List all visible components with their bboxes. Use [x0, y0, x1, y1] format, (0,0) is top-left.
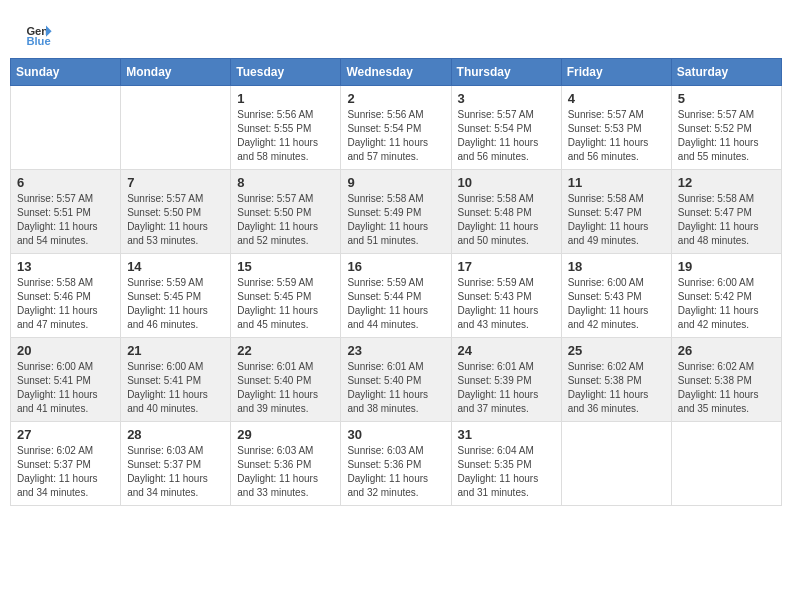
calendar-cell: 16Sunrise: 5:59 AM Sunset: 5:44 PM Dayli… — [341, 254, 451, 338]
day-header-thursday: Thursday — [451, 59, 561, 86]
day-number: 8 — [237, 175, 334, 190]
day-number: 10 — [458, 175, 555, 190]
calendar-cell — [11, 86, 121, 170]
cell-content: Sunrise: 5:59 AM Sunset: 5:43 PM Dayligh… — [458, 276, 555, 332]
calendar-cell: 7Sunrise: 5:57 AM Sunset: 5:50 PM Daylig… — [121, 170, 231, 254]
calendar-cell: 26Sunrise: 6:02 AM Sunset: 5:38 PM Dayli… — [671, 338, 781, 422]
cell-content: Sunrise: 5:59 AM Sunset: 5:44 PM Dayligh… — [347, 276, 444, 332]
calendar-cell: 6Sunrise: 5:57 AM Sunset: 5:51 PM Daylig… — [11, 170, 121, 254]
day-number: 12 — [678, 175, 775, 190]
day-number: 5 — [678, 91, 775, 106]
calendar-cell: 25Sunrise: 6:02 AM Sunset: 5:38 PM Dayli… — [561, 338, 671, 422]
calendar-cell: 31Sunrise: 6:04 AM Sunset: 5:35 PM Dayli… — [451, 422, 561, 506]
cell-content: Sunrise: 5:58 AM Sunset: 5:46 PM Dayligh… — [17, 276, 114, 332]
calendar-cell: 2Sunrise: 5:56 AM Sunset: 5:54 PM Daylig… — [341, 86, 451, 170]
day-number: 21 — [127, 343, 224, 358]
day-number: 2 — [347, 91, 444, 106]
calendar-cell: 10Sunrise: 5:58 AM Sunset: 5:48 PM Dayli… — [451, 170, 561, 254]
calendar-week-row: 27Sunrise: 6:02 AM Sunset: 5:37 PM Dayli… — [11, 422, 782, 506]
calendar-cell: 3Sunrise: 5:57 AM Sunset: 5:54 PM Daylig… — [451, 86, 561, 170]
calendar-cell: 1Sunrise: 5:56 AM Sunset: 5:55 PM Daylig… — [231, 86, 341, 170]
day-number: 30 — [347, 427, 444, 442]
calendar-week-row: 13Sunrise: 5:58 AM Sunset: 5:46 PM Dayli… — [11, 254, 782, 338]
day-number: 20 — [17, 343, 114, 358]
day-number: 23 — [347, 343, 444, 358]
cell-content: Sunrise: 6:00 AM Sunset: 5:42 PM Dayligh… — [678, 276, 775, 332]
cell-content: Sunrise: 6:01 AM Sunset: 5:40 PM Dayligh… — [347, 360, 444, 416]
cell-content: Sunrise: 6:02 AM Sunset: 5:38 PM Dayligh… — [568, 360, 665, 416]
calendar-cell: 14Sunrise: 5:59 AM Sunset: 5:45 PM Dayli… — [121, 254, 231, 338]
calendar-cell: 29Sunrise: 6:03 AM Sunset: 5:36 PM Dayli… — [231, 422, 341, 506]
svg-text:Blue: Blue — [26, 35, 50, 47]
day-number: 7 — [127, 175, 224, 190]
day-number: 6 — [17, 175, 114, 190]
day-header-sunday: Sunday — [11, 59, 121, 86]
calendar-cell: 22Sunrise: 6:01 AM Sunset: 5:40 PM Dayli… — [231, 338, 341, 422]
day-number: 3 — [458, 91, 555, 106]
cell-content: Sunrise: 5:58 AM Sunset: 5:48 PM Dayligh… — [458, 192, 555, 248]
cell-content: Sunrise: 6:01 AM Sunset: 5:40 PM Dayligh… — [237, 360, 334, 416]
day-number: 15 — [237, 259, 334, 274]
day-number: 25 — [568, 343, 665, 358]
calendar-week-row: 6Sunrise: 5:57 AM Sunset: 5:51 PM Daylig… — [11, 170, 782, 254]
day-header-friday: Friday — [561, 59, 671, 86]
day-number: 24 — [458, 343, 555, 358]
cell-content: Sunrise: 5:57 AM Sunset: 5:52 PM Dayligh… — [678, 108, 775, 164]
cell-content: Sunrise: 5:57 AM Sunset: 5:51 PM Dayligh… — [17, 192, 114, 248]
day-number: 4 — [568, 91, 665, 106]
calendar-cell: 23Sunrise: 6:01 AM Sunset: 5:40 PM Dayli… — [341, 338, 451, 422]
page-header: Gen Blue — [10, 10, 782, 53]
calendar-cell — [561, 422, 671, 506]
cell-content: Sunrise: 6:02 AM Sunset: 5:37 PM Dayligh… — [17, 444, 114, 500]
cell-content: Sunrise: 5:58 AM Sunset: 5:47 PM Dayligh… — [568, 192, 665, 248]
calendar-cell: 17Sunrise: 5:59 AM Sunset: 5:43 PM Dayli… — [451, 254, 561, 338]
cell-content: Sunrise: 6:00 AM Sunset: 5:41 PM Dayligh… — [127, 360, 224, 416]
calendar-cell: 27Sunrise: 6:02 AM Sunset: 5:37 PM Dayli… — [11, 422, 121, 506]
day-number: 31 — [458, 427, 555, 442]
cell-content: Sunrise: 6:02 AM Sunset: 5:38 PM Dayligh… — [678, 360, 775, 416]
day-number: 19 — [678, 259, 775, 274]
calendar-cell: 11Sunrise: 5:58 AM Sunset: 5:47 PM Dayli… — [561, 170, 671, 254]
day-number: 18 — [568, 259, 665, 274]
day-header-tuesday: Tuesday — [231, 59, 341, 86]
day-number: 1 — [237, 91, 334, 106]
cell-content: Sunrise: 5:57 AM Sunset: 5:53 PM Dayligh… — [568, 108, 665, 164]
cell-content: Sunrise: 6:00 AM Sunset: 5:43 PM Dayligh… — [568, 276, 665, 332]
calendar-cell: 15Sunrise: 5:59 AM Sunset: 5:45 PM Dayli… — [231, 254, 341, 338]
calendar-cell: 5Sunrise: 5:57 AM Sunset: 5:52 PM Daylig… — [671, 86, 781, 170]
calendar-week-row: 20Sunrise: 6:00 AM Sunset: 5:41 PM Dayli… — [11, 338, 782, 422]
day-number: 28 — [127, 427, 224, 442]
day-header-monday: Monday — [121, 59, 231, 86]
calendar-cell: 8Sunrise: 5:57 AM Sunset: 5:50 PM Daylig… — [231, 170, 341, 254]
cell-content: Sunrise: 6:04 AM Sunset: 5:35 PM Dayligh… — [458, 444, 555, 500]
calendar-cell: 9Sunrise: 5:58 AM Sunset: 5:49 PM Daylig… — [341, 170, 451, 254]
day-header-wednesday: Wednesday — [341, 59, 451, 86]
calendar-cell: 12Sunrise: 5:58 AM Sunset: 5:47 PM Dayli… — [671, 170, 781, 254]
cell-content: Sunrise: 5:57 AM Sunset: 5:50 PM Dayligh… — [237, 192, 334, 248]
calendar-cell — [121, 86, 231, 170]
day-number: 22 — [237, 343, 334, 358]
cell-content: Sunrise: 6:03 AM Sunset: 5:36 PM Dayligh… — [347, 444, 444, 500]
cell-content: Sunrise: 5:59 AM Sunset: 5:45 PM Dayligh… — [127, 276, 224, 332]
calendar-cell: 30Sunrise: 6:03 AM Sunset: 5:36 PM Dayli… — [341, 422, 451, 506]
day-number: 9 — [347, 175, 444, 190]
cell-content: Sunrise: 6:00 AM Sunset: 5:41 PM Dayligh… — [17, 360, 114, 416]
calendar-table: SundayMondayTuesdayWednesdayThursdayFrid… — [10, 58, 782, 506]
calendar-cell: 28Sunrise: 6:03 AM Sunset: 5:37 PM Dayli… — [121, 422, 231, 506]
cell-content: Sunrise: 6:03 AM Sunset: 5:36 PM Dayligh… — [237, 444, 334, 500]
calendar-cell: 19Sunrise: 6:00 AM Sunset: 5:42 PM Dayli… — [671, 254, 781, 338]
cell-content: Sunrise: 5:56 AM Sunset: 5:54 PM Dayligh… — [347, 108, 444, 164]
calendar-cell: 24Sunrise: 6:01 AM Sunset: 5:39 PM Dayli… — [451, 338, 561, 422]
calendar-cell: 20Sunrise: 6:00 AM Sunset: 5:41 PM Dayli… — [11, 338, 121, 422]
cell-content: Sunrise: 6:03 AM Sunset: 5:37 PM Dayligh… — [127, 444, 224, 500]
cell-content: Sunrise: 5:57 AM Sunset: 5:54 PM Dayligh… — [458, 108, 555, 164]
logo-icon: Gen Blue — [25, 20, 53, 48]
logo: Gen Blue — [25, 20, 57, 48]
day-number: 13 — [17, 259, 114, 274]
calendar-cell: 4Sunrise: 5:57 AM Sunset: 5:53 PM Daylig… — [561, 86, 671, 170]
day-number: 16 — [347, 259, 444, 274]
cell-content: Sunrise: 5:57 AM Sunset: 5:50 PM Dayligh… — [127, 192, 224, 248]
day-number: 11 — [568, 175, 665, 190]
day-header-saturday: Saturday — [671, 59, 781, 86]
cell-content: Sunrise: 5:56 AM Sunset: 5:55 PM Dayligh… — [237, 108, 334, 164]
